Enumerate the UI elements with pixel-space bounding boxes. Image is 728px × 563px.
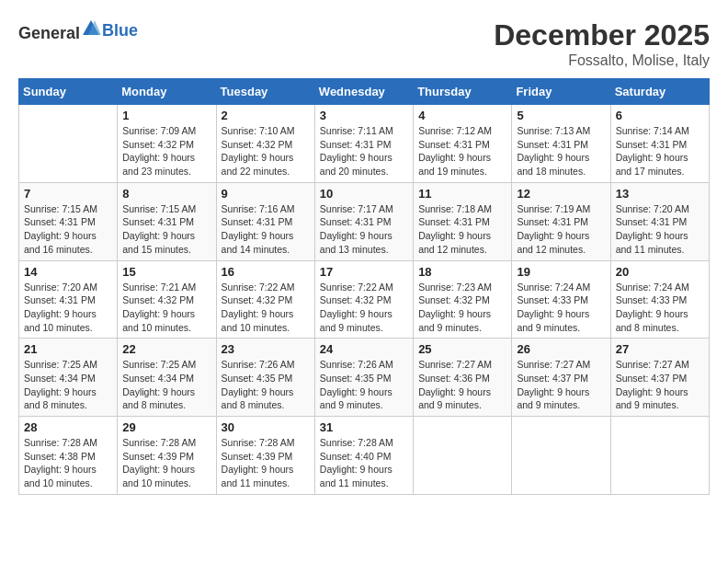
day-info: Sunrise: 7:25 AMSunset: 4:34 PMDaylight:… — [24, 358, 112, 412]
calendar-cell: 28Sunrise: 7:28 AMSunset: 4:38 PMDayligh… — [19, 417, 118, 495]
page-header: General Blue December 2025 Fossalto, Mol… — [18, 18, 710, 69]
calendar-cell: 21Sunrise: 7:25 AMSunset: 4:34 PMDayligh… — [19, 339, 118, 417]
weekday-header: Tuesday — [216, 79, 314, 105]
calendar-cell: 8Sunrise: 7:15 AMSunset: 4:31 PMDaylight… — [118, 182, 216, 260]
day-info: Sunrise: 7:26 AMSunset: 4:35 PMDaylight:… — [222, 358, 310, 412]
day-info: Sunrise: 7:26 AMSunset: 4:35 PMDaylight:… — [320, 358, 408, 412]
day-info: Sunrise: 7:28 AMSunset: 4:39 PMDaylight:… — [122, 436, 210, 490]
calendar-cell: 16Sunrise: 7:22 AMSunset: 4:32 PMDayligh… — [216, 260, 314, 339]
logo-blue: Blue — [102, 21, 138, 40]
month-title: December 2025 — [494, 18, 710, 52]
weekday-header: Friday — [512, 79, 610, 105]
day-number: 10 — [320, 187, 408, 201]
calendar-cell: 27Sunrise: 7:27 AMSunset: 4:37 PMDayligh… — [610, 339, 709, 417]
day-number: 2 — [222, 109, 310, 122]
calendar-cell: 23Sunrise: 7:26 AMSunset: 4:35 PMDayligh… — [216, 339, 314, 417]
calendar-cell: 2Sunrise: 7:10 AMSunset: 4:32 PMDaylight… — [216, 105, 314, 183]
calendar-cell: 20Sunrise: 7:24 AMSunset: 4:33 PMDayligh… — [610, 260, 709, 339]
day-info: Sunrise: 7:21 AMSunset: 4:32 PMDaylight:… — [122, 281, 210, 335]
day-info: Sunrise: 7:12 AMSunset: 4:31 PMDaylight:… — [418, 124, 506, 178]
calendar-cell: 30Sunrise: 7:28 AMSunset: 4:39 PMDayligh… — [216, 417, 314, 495]
day-number: 12 — [517, 187, 605, 201]
day-info: Sunrise: 7:22 AMSunset: 4:32 PMDaylight:… — [320, 281, 408, 335]
calendar-cell — [512, 417, 610, 495]
calendar-cell: 3Sunrise: 7:11 AMSunset: 4:31 PMDaylight… — [314, 105, 413, 183]
calendar-cell: 1Sunrise: 7:09 AMSunset: 4:32 PMDaylight… — [118, 105, 216, 183]
calendar-cell: 18Sunrise: 7:23 AMSunset: 4:32 PMDayligh… — [414, 260, 512, 339]
day-info: Sunrise: 7:28 AMSunset: 4:39 PMDaylight:… — [222, 436, 310, 490]
day-number: 23 — [222, 342, 310, 356]
calendar-cell: 17Sunrise: 7:22 AMSunset: 4:32 PMDayligh… — [314, 260, 413, 339]
calendar-week-row: 21Sunrise: 7:25 AMSunset: 4:34 PMDayligh… — [19, 339, 710, 417]
calendar-week-row: 1Sunrise: 7:09 AMSunset: 4:32 PMDaylight… — [19, 105, 710, 183]
day-number: 5 — [517, 109, 605, 122]
day-info: Sunrise: 7:10 AMSunset: 4:32 PMDaylight:… — [222, 124, 310, 178]
day-number: 13 — [616, 187, 704, 201]
day-number: 28 — [24, 420, 112, 434]
calendar-cell: 7Sunrise: 7:15 AMSunset: 4:31 PMDaylight… — [19, 182, 118, 260]
calendar-cell: 19Sunrise: 7:24 AMSunset: 4:33 PMDayligh… — [512, 260, 610, 339]
day-info: Sunrise: 7:13 AMSunset: 4:31 PMDaylight:… — [517, 124, 605, 178]
day-number: 18 — [418, 265, 506, 279]
calendar-cell: 12Sunrise: 7:19 AMSunset: 4:31 PMDayligh… — [512, 182, 610, 260]
calendar-cell: 31Sunrise: 7:28 AMSunset: 4:40 PMDayligh… — [314, 417, 413, 495]
day-number: 20 — [616, 265, 704, 279]
calendar-cell: 11Sunrise: 7:18 AMSunset: 4:31 PMDayligh… — [414, 182, 512, 260]
day-number: 8 — [122, 187, 210, 201]
day-number: 14 — [24, 265, 112, 279]
day-info: Sunrise: 7:18 AMSunset: 4:31 PMDaylight:… — [418, 202, 506, 257]
calendar-cell — [610, 417, 709, 495]
calendar-cell: 14Sunrise: 7:20 AMSunset: 4:31 PMDayligh… — [19, 260, 118, 339]
day-info: Sunrise: 7:20 AMSunset: 4:31 PMDaylight:… — [616, 202, 704, 257]
weekday-header: Saturday — [610, 79, 709, 105]
weekday-header: Monday — [118, 79, 216, 105]
day-info: Sunrise: 7:27 AMSunset: 4:36 PMDaylight:… — [418, 358, 506, 412]
day-info: Sunrise: 7:28 AMSunset: 4:40 PMDaylight:… — [320, 436, 408, 490]
calendar-cell: 10Sunrise: 7:17 AMSunset: 4:31 PMDayligh… — [314, 182, 413, 260]
day-info: Sunrise: 7:27 AMSunset: 4:37 PMDaylight:… — [616, 358, 704, 412]
weekday-header: Thursday — [414, 79, 512, 105]
day-info: Sunrise: 7:16 AMSunset: 4:31 PMDaylight:… — [222, 202, 310, 257]
day-info: Sunrise: 7:22 AMSunset: 4:32 PMDaylight:… — [222, 281, 310, 335]
location-title: Fossalto, Molise, Italy — [494, 52, 710, 69]
day-info: Sunrise: 7:09 AMSunset: 4:32 PMDaylight:… — [122, 124, 210, 178]
day-number: 27 — [616, 342, 704, 356]
day-number: 26 — [517, 342, 605, 356]
day-number: 25 — [418, 342, 506, 356]
day-number: 11 — [418, 187, 506, 201]
weekday-header: Sunday — [19, 79, 118, 105]
day-number: 19 — [517, 265, 605, 279]
day-info: Sunrise: 7:15 AMSunset: 4:31 PMDaylight:… — [24, 202, 112, 257]
calendar-cell: 29Sunrise: 7:28 AMSunset: 4:39 PMDayligh… — [118, 417, 216, 495]
day-number: 30 — [222, 420, 310, 434]
day-info: Sunrise: 7:24 AMSunset: 4:33 PMDaylight:… — [517, 281, 605, 335]
day-number: 22 — [122, 342, 210, 356]
day-number: 17 — [320, 265, 408, 279]
weekday-header-row: SundayMondayTuesdayWednesdayThursdayFrid… — [19, 79, 710, 105]
day-number: 21 — [24, 342, 112, 356]
day-info: Sunrise: 7:27 AMSunset: 4:37 PMDaylight:… — [517, 358, 605, 412]
calendar-cell: 26Sunrise: 7:27 AMSunset: 4:37 PMDayligh… — [512, 339, 610, 417]
calendar-cell: 13Sunrise: 7:20 AMSunset: 4:31 PMDayligh… — [610, 182, 709, 260]
calendar-week-row: 28Sunrise: 7:28 AMSunset: 4:38 PMDayligh… — [19, 417, 710, 495]
day-number: 16 — [222, 265, 310, 279]
title-block: December 2025 Fossalto, Molise, Italy — [494, 18, 710, 69]
calendar-cell: 9Sunrise: 7:16 AMSunset: 4:31 PMDaylight… — [216, 182, 314, 260]
calendar-cell: 5Sunrise: 7:13 AMSunset: 4:31 PMDaylight… — [512, 105, 610, 183]
day-info: Sunrise: 7:28 AMSunset: 4:38 PMDaylight:… — [24, 436, 112, 490]
day-info: Sunrise: 7:20 AMSunset: 4:31 PMDaylight:… — [24, 281, 112, 335]
calendar-week-row: 14Sunrise: 7:20 AMSunset: 4:31 PMDayligh… — [19, 260, 710, 339]
day-number: 6 — [616, 109, 704, 122]
logo: General Blue — [18, 18, 138, 43]
day-number: 4 — [418, 109, 506, 122]
day-info: Sunrise: 7:23 AMSunset: 4:32 PMDaylight:… — [418, 281, 506, 335]
day-info: Sunrise: 7:14 AMSunset: 4:31 PMDaylight:… — [616, 124, 704, 178]
day-number: 24 — [320, 342, 408, 356]
calendar-cell: 6Sunrise: 7:14 AMSunset: 4:31 PMDaylight… — [610, 105, 709, 183]
day-number: 7 — [24, 187, 112, 201]
day-number: 3 — [320, 109, 408, 122]
day-info: Sunrise: 7:24 AMSunset: 4:33 PMDaylight:… — [616, 281, 704, 335]
day-info: Sunrise: 7:11 AMSunset: 4:31 PMDaylight:… — [320, 124, 408, 178]
logo-general: General — [18, 24, 80, 42]
calendar-cell: 22Sunrise: 7:25 AMSunset: 4:34 PMDayligh… — [118, 339, 216, 417]
